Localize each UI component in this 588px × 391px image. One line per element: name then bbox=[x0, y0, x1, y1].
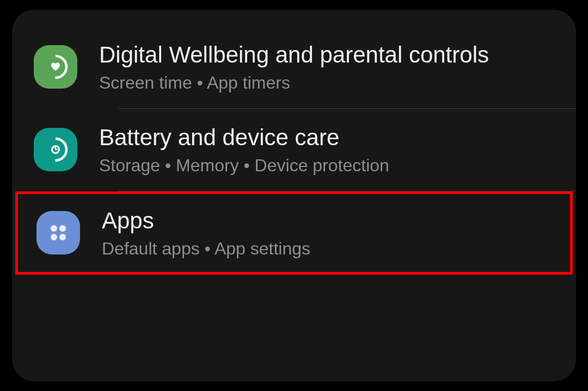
settings-item-digital-wellbeing[interactable]: Digital Wellbeing and parental controls … bbox=[12, 26, 576, 108]
svg-point-4 bbox=[59, 225, 66, 232]
settings-item-subtitle: Storage • Memory • Device protection bbox=[99, 156, 554, 176]
settings-item-subtitle: Screen time • App timers bbox=[99, 73, 554, 93]
settings-panel: Digital Wellbeing and parental controls … bbox=[12, 10, 576, 381]
settings-item-title: Apps bbox=[102, 207, 552, 234]
settings-item-text: Battery and device care Storage • Memory… bbox=[99, 124, 554, 176]
settings-item-text: Digital Wellbeing and parental controls … bbox=[99, 41, 554, 93]
apps-icon bbox=[36, 211, 80, 255]
settings-item-text: Apps Default apps • App settings bbox=[102, 207, 552, 259]
settings-item-title: Battery and device care bbox=[99, 124, 554, 151]
settings-item-subtitle: Default apps • App settings bbox=[102, 239, 552, 259]
highlight-annotation: Apps Default apps • App settings bbox=[15, 191, 573, 275]
svg-point-6 bbox=[59, 234, 66, 240]
digital-wellbeing-icon bbox=[34, 45, 77, 89]
svg-point-3 bbox=[51, 225, 57, 232]
battery-device-care-icon bbox=[34, 128, 77, 171]
settings-item-title: Digital Wellbeing and parental controls bbox=[99, 41, 554, 69]
settings-item-battery-device-care[interactable]: Battery and device care Storage • Memory… bbox=[12, 109, 576, 191]
svg-point-5 bbox=[51, 234, 57, 240]
settings-item-apps[interactable]: Apps Default apps • App settings bbox=[18, 194, 570, 272]
